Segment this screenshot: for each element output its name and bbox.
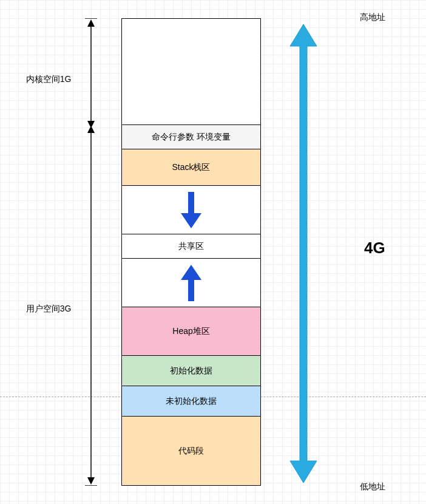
kernel-space-label: 内核空间1G <box>18 74 79 85</box>
segment-uninit-data: 未初始化数据 <box>122 386 260 417</box>
segment-stack-label: Stack栈区 <box>172 162 210 173</box>
memory-column: 命令行参数 环境变量 Stack栈区 共享区 Heap堆区 初始化数据 未初始化… <box>121 18 261 486</box>
segment-code-label: 代码段 <box>178 446 204 457</box>
segment-code: 代码段 <box>122 417 260 485</box>
arrow-up-icon <box>181 265 201 301</box>
user-space-label: 用户空间3G <box>18 304 79 315</box>
arrow-down-icon <box>181 192 201 228</box>
memory-layout-diagram: 内核空间1G 用户空间3G 命令行参数 环境变量 Stack栈区 共享区 <box>0 0 426 504</box>
segment-init-data-label: 初始化数据 <box>170 366 212 376</box>
total-size-label: 4G <box>364 239 385 257</box>
segment-uninit-data-label: 未初始化数据 <box>166 396 217 407</box>
segment-cmdline: 命令行参数 环境变量 <box>122 125 260 149</box>
segment-stack: Stack栈区 <box>122 149 260 186</box>
segment-cmdline-label: 命令行参数 环境变量 <box>152 132 231 143</box>
segment-heap: Heap堆区 <box>122 307 260 356</box>
address-range-arrow <box>285 24 322 483</box>
right-column: 高地址 低地址 4G <box>273 15 413 489</box>
segment-shared-label: 共享区 <box>178 241 204 252</box>
segment-kernel <box>122 19 260 125</box>
low-address-label: 低地址 <box>360 482 385 492</box>
left-labels: 内核空间1G 用户空间3G <box>18 18 79 486</box>
segment-heap-growup <box>122 259 260 307</box>
segment-heap-label: Heap堆区 <box>172 326 209 337</box>
segment-shared: 共享区 <box>122 234 260 259</box>
segment-init-data: 初始化数据 <box>122 356 260 386</box>
high-address-label: 高地址 <box>360 12 385 23</box>
segment-stack-growdown <box>122 186 260 234</box>
left-bracket <box>82 18 100 486</box>
